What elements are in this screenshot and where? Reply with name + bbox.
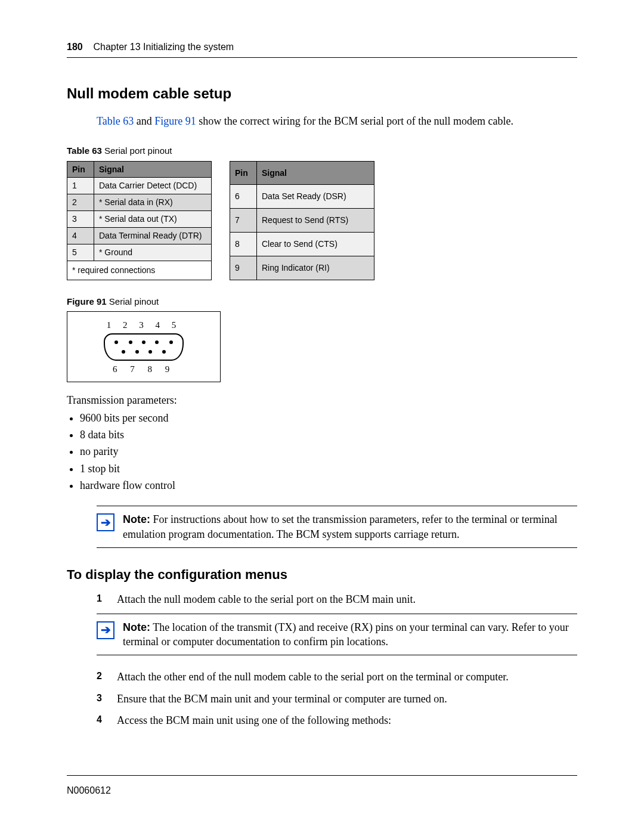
link-figure91[interactable]: Figure 91 (154, 115, 196, 127)
step-text: Attach the other end of the null modem c… (117, 670, 577, 684)
step-3: 3 Ensure that the BCM main unit and your… (97, 692, 577, 706)
note-label: Note: (123, 513, 150, 525)
list-item: 1 stop bit (80, 462, 577, 476)
pinout-table-left: Pin Signal 1Data Carrier Detect (DCD) 2*… (67, 161, 212, 280)
th-signal: Signal (94, 161, 212, 178)
cell-pin: 4 (67, 228, 94, 244)
step-text: Ensure that the BCM main unit and your t… (117, 692, 577, 706)
cell-signal: * Ground (94, 244, 212, 261)
cell-pin: 9 (230, 256, 257, 280)
section-heading-null-modem: Null modem cable setup (67, 84, 577, 103)
step-4: 4 Access the BCM main unit using one of … (97, 713, 577, 727)
step-number: 3 (97, 692, 107, 706)
cell-signal: Clear to Send (CTS) (257, 233, 374, 256)
cell-signal: * Serial data in (RX) (94, 194, 212, 211)
figure-bottom-numbers: 6 7 8 9 (72, 363, 215, 375)
cell-pin: 1 (67, 178, 94, 194)
note-text: Note: The location of the transmit (TX) … (123, 620, 577, 649)
figure-top-numbers: 1 2 3 4 5 (72, 319, 215, 331)
cell-signal: Data Terminal Ready (DTR) (94, 228, 212, 244)
note-box-pins: ➔ Note: The location of the transmit (TX… (97, 614, 577, 656)
arrow-right-icon: ➔ (97, 513, 114, 531)
cell-pin: 3 (67, 211, 94, 228)
step-number: 2 (97, 670, 107, 684)
cell-signal: Data Set Ready (DSR) (257, 185, 374, 209)
page-footer: N0060612 (67, 775, 577, 797)
intro-post: show the correct wiring for the BCM seri… (196, 115, 513, 127)
step-1: 1 Attach the null modem cable to the ser… (97, 592, 577, 606)
table-caption-title: Serial port pinout (102, 145, 172, 156)
cell-signal: Data Carrier Detect (DCD) (94, 178, 212, 194)
th-pin: Pin (67, 161, 94, 178)
step-number: 4 (97, 713, 107, 727)
cell-pin: 2 (67, 194, 94, 211)
intro-mid: and (134, 115, 154, 127)
table-caption-label: Table 63 (67, 145, 102, 156)
db9-connector-icon (104, 333, 184, 361)
step-text: Access the BCM main unit using one of th… (117, 713, 577, 727)
intro-paragraph: Table 63 and Figure 91 show the correct … (97, 114, 577, 128)
table-caption: Table 63 Serial port pinout (67, 145, 577, 157)
cell-signal: Request to Send (RTS) (257, 209, 374, 233)
cell-pin: 5 (67, 244, 94, 261)
page-number: 180 (67, 42, 83, 52)
cell-pin: 7 (230, 209, 257, 233)
note-box-transmission: ➔ Note: For instructions about how to se… (97, 506, 577, 548)
list-item: 9600 bits per second (80, 411, 577, 425)
list-item: 8 data bits (80, 428, 577, 442)
chapter-title-text: Chapter 13 Initializing the system (94, 42, 234, 52)
section-heading-config-menus: To display the configuration menus (67, 566, 577, 584)
page: 180 Chapter 13 Initializing the system N… (0, 0, 644, 833)
note-body: The location of the transmit (TX) and re… (123, 621, 569, 648)
chapter-title (85, 42, 93, 52)
cell-signal: * Serial data out (TX) (94, 211, 212, 228)
transmission-params-title: Transmission parameters: (67, 393, 577, 407)
note-text: Note: For instructions about how to set … (123, 512, 577, 541)
cell-pin: 6 (230, 185, 257, 209)
pinout-table-right: Pin Signal 6Data Set Ready (DSR) 7Reques… (230, 161, 374, 280)
th-signal: Signal (257, 161, 374, 185)
arrow-right-icon: ➔ (97, 621, 114, 639)
cell-signal: Ring Indicator (RI) (257, 256, 374, 280)
pinout-tables: Pin Signal 1Data Carrier Detect (DCD) 2*… (67, 161, 577, 280)
list-item: no parity (80, 444, 577, 459)
figure-caption-label: Figure 91 (67, 296, 107, 306)
figure-caption: Figure 91 Serial pinout (67, 296, 577, 308)
transmission-params-list: 9600 bits per second 8 data bits no pari… (80, 411, 577, 493)
figure-caption-title: Serial pinout (107, 296, 159, 306)
step-text: Attach the null modem cable to the seria… (117, 592, 577, 606)
note-body: For instructions about how to set the tr… (123, 513, 558, 540)
table-footnote: * required connections (67, 261, 212, 280)
doc-number: N0060612 (67, 785, 111, 795)
serial-pinout-figure: 1 2 3 4 5 6 7 8 9 (67, 311, 221, 382)
step-number: 1 (97, 592, 107, 606)
list-item: hardware flow control (80, 478, 577, 493)
th-pin: Pin (230, 161, 257, 185)
note-label: Note: (123, 621, 150, 633)
cell-pin: 8 (230, 233, 257, 256)
page-header: 180 Chapter 13 Initializing the system (67, 41, 577, 58)
step-2: 2 Attach the other end of the null modem… (97, 670, 577, 684)
link-table63[interactable]: Table 63 (97, 115, 134, 127)
